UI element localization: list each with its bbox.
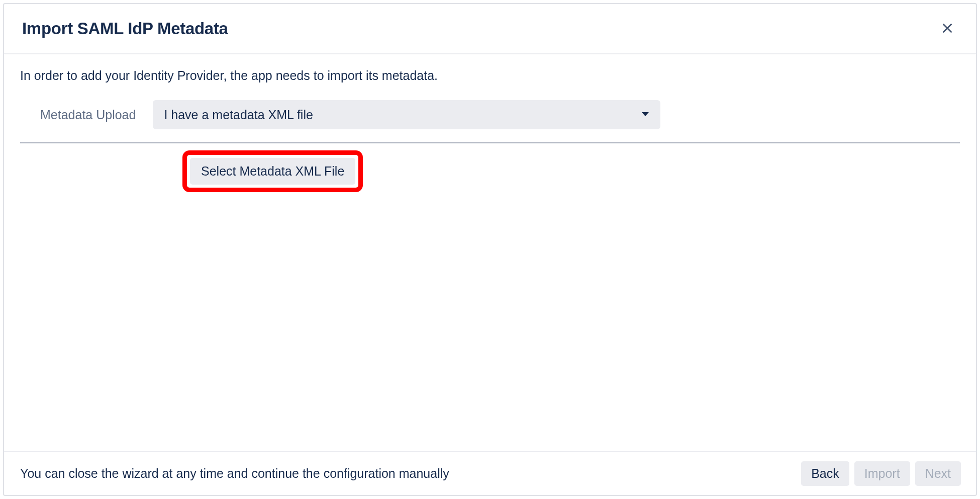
import-button[interactable]: Import: [854, 461, 910, 486]
close-icon: [941, 22, 954, 36]
next-button[interactable]: Next: [915, 461, 961, 486]
metadata-upload-label: Metadata Upload: [40, 108, 136, 122]
dialog-footer: You can close the wizard at any time and…: [4, 451, 976, 495]
footer-hint: You can close the wizard at any time and…: [20, 466, 449, 481]
metadata-upload-select-wrap: I have a metadata XML file: [153, 100, 660, 129]
import-saml-idp-metadata-dialog: Import SAML IdP Metadata In order to add…: [3, 3, 977, 496]
intro-text: In order to add your Identity Provider, …: [20, 68, 960, 83]
dialog-header: Import SAML IdP Metadata: [4, 4, 976, 54]
file-upload-row: Select Metadata XML File: [20, 143, 960, 192]
metadata-upload-select[interactable]: I have a metadata XML file: [153, 100, 660, 129]
select-metadata-xml-file-button[interactable]: Select Metadata XML File: [190, 158, 355, 185]
close-button[interactable]: [937, 18, 958, 39]
dialog-title: Import SAML IdP Metadata: [22, 19, 228, 38]
dialog-body: In order to add your Identity Provider, …: [4, 54, 976, 451]
metadata-upload-row: Metadata Upload I have a metadata XML fi…: [20, 100, 960, 142]
footer-actions: Back Import Next: [801, 461, 961, 486]
annotation-highlight: Select Metadata XML File: [182, 150, 363, 192]
back-button[interactable]: Back: [801, 461, 849, 486]
section-divider: [20, 142, 960, 143]
metadata-upload-selected-value: I have a metadata XML file: [164, 108, 313, 122]
